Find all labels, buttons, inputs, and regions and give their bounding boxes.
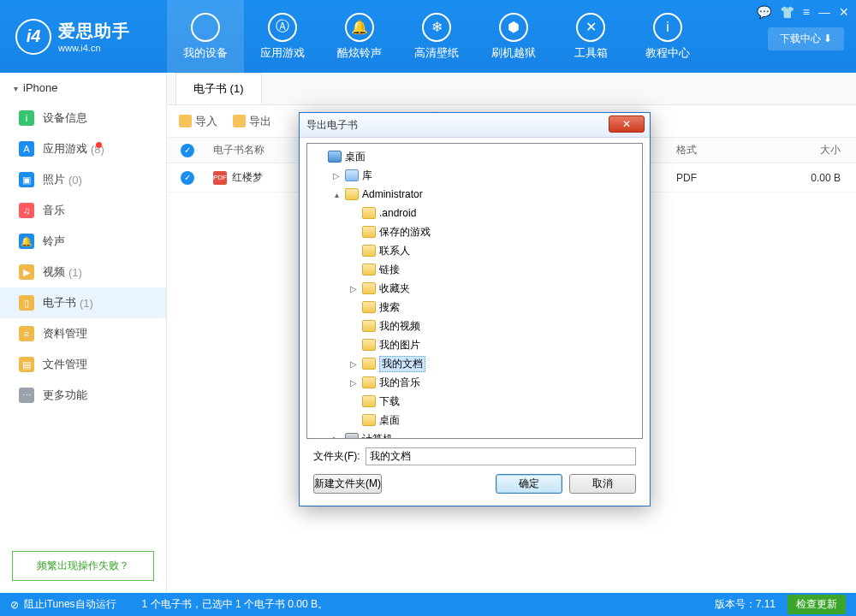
folder-icon	[362, 414, 376, 426]
tree-item[interactable]: 我的视频	[309, 317, 640, 335]
tree-label: 我的图片	[379, 338, 420, 352]
dialog-titlebar[interactable]: 导出电子书 ✕	[300, 113, 650, 138]
folder-field-input[interactable]	[366, 447, 636, 465]
tree-label: 计算机	[362, 432, 393, 440]
tree-item[interactable]: ▷计算机	[309, 429, 640, 439]
folder-icon	[328, 151, 342, 163]
tree-item[interactable]: 搜索	[309, 298, 640, 317]
tree-label: Administrator	[362, 188, 423, 200]
folder-icon	[362, 282, 376, 294]
folder-icon	[362, 207, 376, 219]
tree-label: .android	[379, 207, 416, 219]
tree-label: 我的文档	[379, 356, 425, 372]
tree-label: 保存的游戏	[379, 225, 431, 240]
tree-label: 我的音乐	[379, 376, 420, 390]
tree-item[interactable]: 链接	[309, 260, 640, 279]
folder-icon	[345, 169, 359, 181]
dialog-close-button[interactable]: ✕	[609, 116, 645, 133]
tree-item[interactable]: .android	[309, 204, 640, 222]
folder-icon	[362, 395, 376, 407]
tree-item[interactable]: ▷库	[309, 166, 640, 185]
folder-icon	[362, 358, 376, 370]
tree-label: 链接	[379, 263, 400, 277]
tree-label: 桌面	[379, 413, 400, 428]
tree-label: 桌面	[345, 150, 366, 164]
tree-item[interactable]: ▴Administrator	[309, 185, 640, 204]
tree-item[interactable]: 我的图片	[309, 335, 640, 354]
folder-icon	[362, 320, 376, 332]
folder-icon	[362, 264, 376, 275]
export-dialog: 导出电子书 ✕ 桌面▷库▴Administrator.android保存的游戏联…	[299, 112, 651, 506]
tree-item[interactable]: 下载	[309, 392, 640, 411]
tree-label: 下载	[379, 394, 400, 409]
tree-label: 搜索	[379, 300, 400, 315]
tree-item[interactable]: 联系人	[309, 241, 640, 260]
tree-label: 联系人	[379, 244, 410, 258]
expand-icon[interactable]: ▷	[348, 284, 359, 293]
tree-label: 库	[362, 169, 372, 183]
ok-button[interactable]: 确定	[496, 474, 562, 494]
expand-icon[interactable]: ▷	[331, 171, 342, 181]
tree-item[interactable]: 桌面	[309, 411, 640, 429]
folder-icon	[345, 433, 359, 439]
folder-icon	[362, 339, 376, 351]
folder-icon	[362, 301, 376, 313]
folder-icon	[362, 376, 376, 388]
dialog-title: 导出电子书	[306, 118, 358, 133]
cancel-button[interactable]: 取消	[569, 474, 636, 494]
tree-item[interactable]: ▷收藏夹	[309, 279, 640, 298]
tree-item[interactable]: ▷我的文档	[309, 354, 640, 373]
folder-icon	[362, 226, 376, 238]
tree-item[interactable]: 保存的游戏	[309, 222, 640, 241]
tree-item[interactable]: ▷我的音乐	[309, 373, 640, 392]
tree-label: 收藏夹	[379, 281, 410, 296]
folder-icon	[345, 188, 359, 200]
expand-icon[interactable]: ▷	[348, 378, 359, 388]
folder-tree[interactable]: 桌面▷库▴Administrator.android保存的游戏联系人链接▷收藏夹…	[306, 143, 643, 439]
tree-label: 我的视频	[379, 319, 420, 334]
folder-icon	[362, 245, 376, 257]
expand-icon[interactable]: ▴	[331, 190, 342, 199]
tree-item[interactable]: 桌面	[309, 147, 640, 166]
dialog-backdrop: 导出电子书 ✕ 桌面▷库▴Administrator.android保存的游戏联…	[0, 0, 856, 616]
folder-field-label: 文件夹(F):	[313, 449, 360, 464]
new-folder-button[interactable]: 新建文件夹(M)	[313, 474, 382, 494]
expand-icon[interactable]: ▷	[348, 359, 359, 369]
